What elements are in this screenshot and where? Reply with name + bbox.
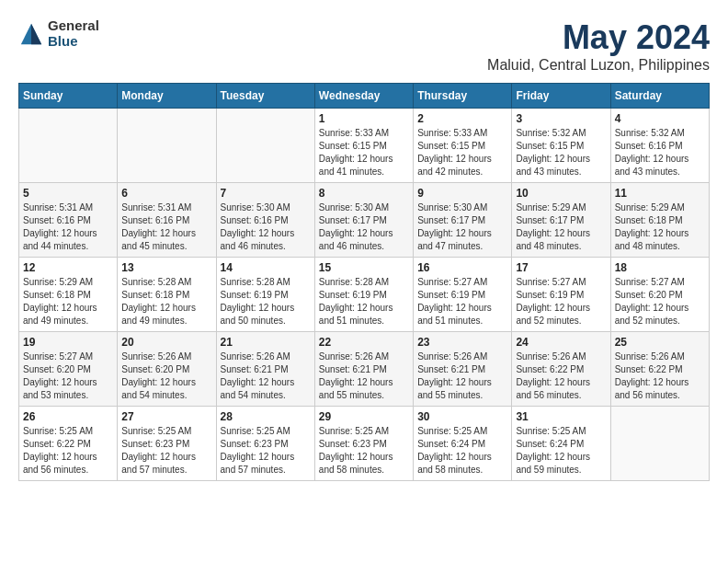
- day-info: Sunrise: 5:26 AM Sunset: 6:21 PM Dayligh…: [319, 350, 409, 402]
- calendar-week-row: 19Sunrise: 5:27 AM Sunset: 6:20 PM Dayli…: [19, 332, 710, 407]
- day-info: Sunrise: 5:26 AM Sunset: 6:21 PM Dayligh…: [417, 350, 507, 402]
- day-info: Sunrise: 5:26 AM Sunset: 6:21 PM Dayligh…: [221, 350, 311, 402]
- day-number: 28: [221, 410, 311, 423]
- calendar-cell: 23Sunrise: 5:26 AM Sunset: 6:21 PM Dayli…: [414, 332, 512, 407]
- day-info: Sunrise: 5:33 AM Sunset: 6:15 PM Dayligh…: [417, 127, 507, 178]
- calendar-cell: 13Sunrise: 5:28 AM Sunset: 6:18 PM Dayli…: [118, 258, 216, 332]
- calendar-cell: 11Sunrise: 5:29 AM Sunset: 6:18 PM Dayli…: [610, 183, 709, 258]
- svg-marker-1: [31, 23, 41, 43]
- calendar-cell: 2Sunrise: 5:33 AM Sunset: 6:15 PM Daylig…: [414, 109, 512, 183]
- day-number: 21: [221, 336, 311, 349]
- day-info: Sunrise: 5:27 AM Sunset: 6:19 PM Dayligh…: [417, 276, 507, 327]
- day-of-week-header: Wednesday: [314, 84, 413, 109]
- day-number: 24: [516, 336, 606, 349]
- calendar-title: May 2024: [487, 18, 710, 57]
- calendar-cell: 20Sunrise: 5:26 AM Sunset: 6:20 PM Dayli…: [118, 332, 216, 407]
- day-info: Sunrise: 5:27 AM Sunset: 6:19 PM Dayligh…: [516, 276, 606, 327]
- calendar-week-row: 1Sunrise: 5:33 AM Sunset: 6:15 PM Daylig…: [19, 109, 710, 183]
- calendar-cell: 30Sunrise: 5:25 AM Sunset: 6:24 PM Dayli…: [414, 407, 512, 481]
- day-info: Sunrise: 5:31 AM Sunset: 6:16 PM Dayligh…: [121, 201, 211, 253]
- day-info: Sunrise: 5:25 AM Sunset: 6:23 PM Dayligh…: [319, 425, 409, 477]
- day-number: 25: [615, 336, 705, 349]
- calendar-cell: 24Sunrise: 5:26 AM Sunset: 6:22 PM Dayli…: [512, 332, 610, 407]
- days-of-week-row: SundayMondayTuesdayWednesdayThursdayFrid…: [19, 84, 710, 109]
- day-number: 17: [516, 261, 606, 274]
- day-info: Sunrise: 5:25 AM Sunset: 6:24 PM Dayligh…: [516, 425, 606, 477]
- calendar-cell: 18Sunrise: 5:27 AM Sunset: 6:20 PM Dayli…: [610, 258, 709, 332]
- day-number: 9: [417, 187, 507, 200]
- day-info: Sunrise: 5:25 AM Sunset: 6:24 PM Dayligh…: [417, 425, 507, 477]
- logo-general: General: [48, 18, 99, 34]
- day-info: Sunrise: 5:30 AM Sunset: 6:17 PM Dayligh…: [417, 201, 507, 253]
- day-number: 3: [516, 112, 606, 125]
- day-of-week-header: Monday: [118, 84, 216, 109]
- day-number: 13: [121, 261, 211, 274]
- day-info: Sunrise: 5:25 AM Sunset: 6:23 PM Dayligh…: [121, 425, 211, 477]
- day-info: Sunrise: 5:27 AM Sunset: 6:20 PM Dayligh…: [615, 276, 705, 327]
- calendar-cell: 14Sunrise: 5:28 AM Sunset: 6:19 PM Dayli…: [216, 258, 314, 332]
- day-info: Sunrise: 5:29 AM Sunset: 6:18 PM Dayligh…: [23, 276, 113, 327]
- day-number: 12: [23, 261, 113, 274]
- logo: General Blue: [18, 18, 99, 49]
- calendar-cell: 4Sunrise: 5:32 AM Sunset: 6:16 PM Daylig…: [610, 109, 709, 183]
- calendar-cell: 15Sunrise: 5:28 AM Sunset: 6:19 PM Dayli…: [314, 258, 413, 332]
- calendar-cell: [118, 109, 216, 183]
- calendar-cell: 29Sunrise: 5:25 AM Sunset: 6:23 PM Dayli…: [314, 407, 413, 481]
- day-number: 10: [516, 187, 606, 200]
- calendar-cell: [610, 407, 709, 481]
- day-number: 23: [417, 336, 507, 349]
- calendar-cell: 8Sunrise: 5:30 AM Sunset: 6:17 PM Daylig…: [314, 183, 413, 258]
- day-info: Sunrise: 5:33 AM Sunset: 6:15 PM Dayligh…: [319, 127, 409, 178]
- day-number: 5: [23, 187, 113, 200]
- calendar-cell: 5Sunrise: 5:31 AM Sunset: 6:16 PM Daylig…: [19, 183, 118, 258]
- day-info: Sunrise: 5:28 AM Sunset: 6:19 PM Dayligh…: [221, 276, 311, 327]
- calendar-cell: 12Sunrise: 5:29 AM Sunset: 6:18 PM Dayli…: [19, 258, 118, 332]
- calendar-cell: 16Sunrise: 5:27 AM Sunset: 6:19 PM Dayli…: [414, 258, 512, 332]
- calendar-body: 1Sunrise: 5:33 AM Sunset: 6:15 PM Daylig…: [19, 109, 710, 481]
- day-number: 16: [417, 261, 507, 274]
- calendar-cell: 7Sunrise: 5:30 AM Sunset: 6:16 PM Daylig…: [216, 183, 314, 258]
- calendar-week-row: 5Sunrise: 5:31 AM Sunset: 6:16 PM Daylig…: [19, 183, 710, 258]
- logo-blue: Blue: [48, 34, 99, 50]
- calendar-cell: [19, 109, 118, 183]
- calendar-cell: 10Sunrise: 5:29 AM Sunset: 6:17 PM Dayli…: [512, 183, 610, 258]
- day-number: 29: [319, 410, 409, 423]
- day-number: 14: [221, 261, 311, 274]
- day-info: Sunrise: 5:29 AM Sunset: 6:17 PM Dayligh…: [516, 201, 606, 253]
- calendar-subtitle: Maluid, Central Luzon, Philippines: [487, 57, 710, 74]
- calendar-table: SundayMondayTuesdayWednesdayThursdayFrid…: [18, 83, 710, 481]
- day-number: 18: [615, 261, 705, 274]
- day-number: 4: [615, 112, 705, 125]
- calendar-cell: 19Sunrise: 5:27 AM Sunset: 6:20 PM Dayli…: [19, 332, 118, 407]
- day-number: 30: [417, 410, 507, 423]
- calendar-cell: 6Sunrise: 5:31 AM Sunset: 6:16 PM Daylig…: [118, 183, 216, 258]
- day-number: 11: [615, 187, 705, 200]
- day-of-week-header: Thursday: [414, 84, 512, 109]
- calendar-week-row: 26Sunrise: 5:25 AM Sunset: 6:22 PM Dayli…: [19, 407, 710, 481]
- day-info: Sunrise: 5:25 AM Sunset: 6:22 PM Dayligh…: [23, 425, 113, 477]
- calendar-header: SundayMondayTuesdayWednesdayThursdayFrid…: [19, 84, 710, 109]
- logo-text: General Blue: [48, 18, 99, 49]
- day-number: 2: [417, 112, 507, 125]
- calendar-cell: 26Sunrise: 5:25 AM Sunset: 6:22 PM Dayli…: [19, 407, 118, 481]
- calendar-cell: 9Sunrise: 5:30 AM Sunset: 6:17 PM Daylig…: [414, 183, 512, 258]
- calendar-cell: 27Sunrise: 5:25 AM Sunset: 6:23 PM Dayli…: [118, 407, 216, 481]
- calendar-cell: 28Sunrise: 5:25 AM Sunset: 6:23 PM Dayli…: [216, 407, 314, 481]
- day-number: 27: [121, 410, 211, 423]
- title-block: May 2024 Maluid, Central Luzon, Philippi…: [487, 18, 710, 74]
- day-info: Sunrise: 5:31 AM Sunset: 6:16 PM Dayligh…: [23, 201, 113, 253]
- day-number: 15: [319, 261, 409, 274]
- day-number: 8: [319, 187, 409, 200]
- day-number: 22: [319, 336, 409, 349]
- day-number: 20: [121, 336, 211, 349]
- day-of-week-header: Saturday: [610, 84, 709, 109]
- page-header: General Blue May 2024 Maluid, Central Lu…: [18, 18, 710, 74]
- day-number: 31: [516, 410, 606, 423]
- day-of-week-header: Friday: [512, 84, 610, 109]
- day-info: Sunrise: 5:32 AM Sunset: 6:16 PM Dayligh…: [615, 127, 705, 178]
- calendar-cell: 25Sunrise: 5:26 AM Sunset: 6:22 PM Dayli…: [610, 332, 709, 407]
- day-info: Sunrise: 5:28 AM Sunset: 6:19 PM Dayligh…: [319, 276, 409, 327]
- day-of-week-header: Sunday: [19, 84, 118, 109]
- day-info: Sunrise: 5:29 AM Sunset: 6:18 PM Dayligh…: [615, 201, 705, 253]
- logo-icon: [18, 21, 44, 47]
